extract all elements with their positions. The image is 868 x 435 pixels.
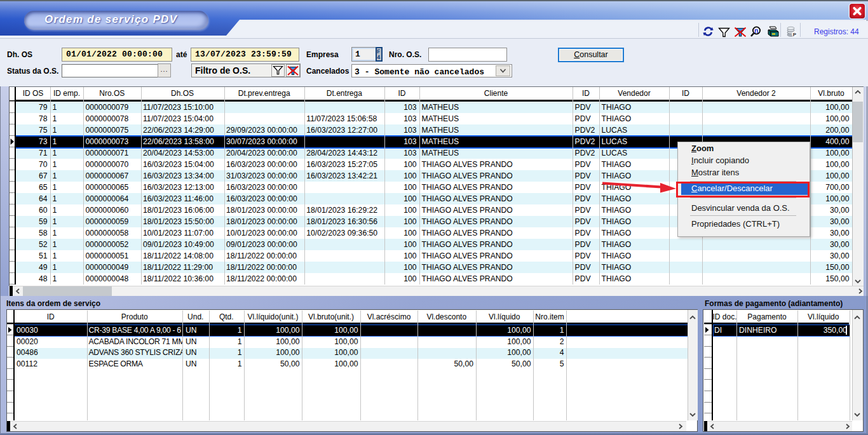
svg-text:n: n [754, 27, 758, 34]
svg-text:4: 4 [377, 55, 381, 60]
svg-text:P: P [793, 32, 797, 37]
